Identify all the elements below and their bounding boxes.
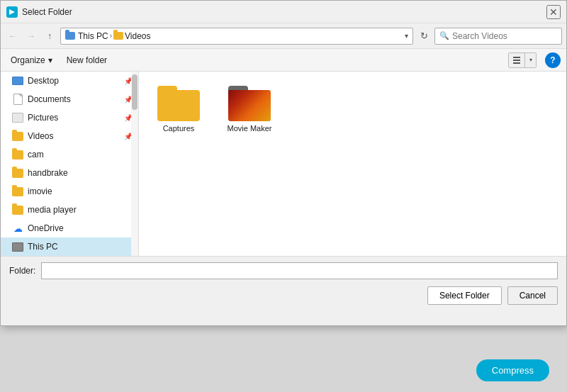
refresh-button[interactable]: ↻ bbox=[416, 28, 432, 44]
cam-icon bbox=[12, 149, 23, 160]
app-icon bbox=[6, 6, 18, 18]
back-button[interactable]: ← bbox=[5, 28, 21, 44]
sidebar-label-thispc: This PC bbox=[28, 242, 133, 252]
videos-addr-icon bbox=[113, 32, 123, 40]
movie-folder-body bbox=[228, 90, 271, 121]
thispc-addr-icon bbox=[65, 32, 75, 40]
sidebar-label-imovie: imovie bbox=[28, 186, 133, 196]
cancel-button[interactable]: Cancel bbox=[507, 286, 558, 305]
media-player-icon bbox=[12, 204, 23, 215]
videos-folder-icon bbox=[113, 32, 123, 40]
up-button[interactable]: ↑ bbox=[42, 28, 57, 44]
handbrake-icon bbox=[12, 167, 23, 179]
search-box[interactable]: 🔍 bbox=[434, 28, 562, 45]
folder-item-captures[interactable]: Captures bbox=[150, 83, 207, 135]
address-dropdown-arrow[interactable]: ▾ bbox=[405, 32, 408, 40]
imovie-icon bbox=[12, 186, 23, 197]
search-input[interactable] bbox=[452, 31, 558, 41]
address-thispc: This PC bbox=[78, 31, 108, 41]
sidebar-item-desktop[interactable]: Desktop 📌 bbox=[1, 72, 138, 90]
toolbar: Organize ▾ New folder ▾ ? bbox=[1, 49, 566, 72]
address-text: This PC › Videos bbox=[78, 31, 151, 41]
organize-button[interactable]: Organize ▾ bbox=[6, 53, 57, 67]
sidebar-item-documents[interactable]: Documents 📌 bbox=[1, 90, 138, 108]
sidebar-label-cam: cam bbox=[28, 150, 133, 159]
view-dropdown-button[interactable]: ▾ bbox=[524, 52, 536, 68]
new-folder-button[interactable]: New folder bbox=[62, 53, 111, 67]
address-current: Videos bbox=[125, 31, 150, 41]
app-logo-icon bbox=[6, 6, 18, 18]
close-button[interactable]: ✕ bbox=[546, 5, 561, 19]
folder-item-movie-maker[interactable]: Movie Maker bbox=[221, 83, 278, 135]
movie-maker-folder-name: Movie Maker bbox=[228, 124, 272, 133]
sidebar-label-handbrake: handbrake bbox=[28, 168, 133, 178]
forward-button[interactable]: → bbox=[23, 28, 39, 44]
list-view-icon bbox=[512, 56, 521, 65]
sidebar-item-pictures[interactable]: Pictures 📌 bbox=[1, 108, 138, 127]
sidebar-item-imovie[interactable]: imovie bbox=[1, 182, 138, 201]
sidebar-scrollbar-thumb bbox=[132, 74, 137, 110]
folder-input-row: Folder: bbox=[9, 262, 558, 279]
view-list-button[interactable] bbox=[509, 52, 524, 68]
pictures-icon bbox=[12, 112, 23, 123]
search-icon: 🔍 bbox=[439, 31, 449, 40]
file-area: Captures Movie Maker bbox=[139, 72, 566, 256]
desktop-icon bbox=[12, 75, 23, 86]
movie-folder-overlay bbox=[228, 90, 271, 121]
svg-rect-2 bbox=[513, 57, 520, 58]
sidebar-label-documents: Documents bbox=[28, 94, 120, 104]
sidebar-item-media-player[interactable]: media player bbox=[1, 201, 138, 219]
svg-rect-3 bbox=[513, 60, 520, 61]
organize-label: Organize bbox=[11, 55, 45, 65]
organize-arrow: ▾ bbox=[48, 55, 52, 65]
documents-icon bbox=[12, 94, 23, 105]
title-bar-left: Select Folder bbox=[6, 6, 72, 18]
sidebar-item-handbrake[interactable]: handbrake bbox=[1, 164, 138, 182]
button-row: Select Folder Cancel bbox=[9, 286, 558, 305]
compress-button[interactable]: Compress bbox=[476, 359, 549, 381]
captures-folder-name: Captures bbox=[163, 124, 195, 133]
sidebar-item-onedrive[interactable]: ☁ OneDrive bbox=[1, 219, 138, 237]
dialog-window: Select Folder ✕ ← → ↑ This PC › Videos ▾… bbox=[0, 0, 567, 326]
cloud-icon: ☁ bbox=[13, 223, 23, 234]
sidebar-scrollbar[interactable] bbox=[131, 72, 138, 256]
sidebar-label-videos: Videos bbox=[28, 131, 120, 141]
select-folder-button[interactable]: Select Folder bbox=[427, 286, 502, 305]
videos-sidebar-icon bbox=[12, 130, 23, 142]
address-bar[interactable]: This PC › Videos ▾ bbox=[60, 28, 413, 45]
nav-bar: ← → ↑ This PC › Videos ▾ ↻ 🔍 bbox=[1, 23, 566, 49]
folder-input[interactable] bbox=[41, 262, 558, 279]
bottom-area: Folder: Select Folder Cancel bbox=[1, 256, 566, 310]
address-chevron: › bbox=[110, 32, 112, 40]
captures-folder-icon bbox=[157, 86, 200, 121]
onedrive-icon: ☁ bbox=[12, 223, 23, 234]
svg-rect-4 bbox=[513, 62, 520, 64]
sidebar: Desktop 📌 Documents 📌 Pictures 📌 bbox=[1, 72, 139, 256]
sidebar-item-cam[interactable]: cam bbox=[1, 145, 138, 164]
app-background bbox=[0, 326, 567, 392]
sidebar-label-onedrive: OneDrive bbox=[28, 223, 133, 233]
title-bar: Select Folder ✕ bbox=[1, 1, 566, 23]
thispc-sidebar-icon bbox=[12, 241, 23, 252]
sidebar-label-media-player: media player bbox=[28, 205, 133, 215]
sidebar-label-desktop: Desktop bbox=[28, 76, 120, 86]
sidebar-label-pictures: Pictures bbox=[28, 113, 120, 123]
movie-maker-folder-icon bbox=[228, 86, 271, 121]
help-button[interactable]: ? bbox=[545, 52, 561, 68]
folder-body bbox=[157, 90, 200, 121]
dialog-title: Select Folder bbox=[22, 7, 72, 17]
sidebar-item-thispc[interactable]: This PC bbox=[1, 237, 138, 256]
view-toggle[interactable]: ▾ bbox=[508, 52, 537, 68]
thispc-folder-icon bbox=[65, 32, 75, 40]
folder-label: Folder: bbox=[9, 266, 35, 276]
main-content: Desktop 📌 Documents 📌 Pictures 📌 bbox=[1, 72, 566, 256]
sidebar-item-videos[interactable]: Videos 📌 bbox=[1, 127, 138, 145]
